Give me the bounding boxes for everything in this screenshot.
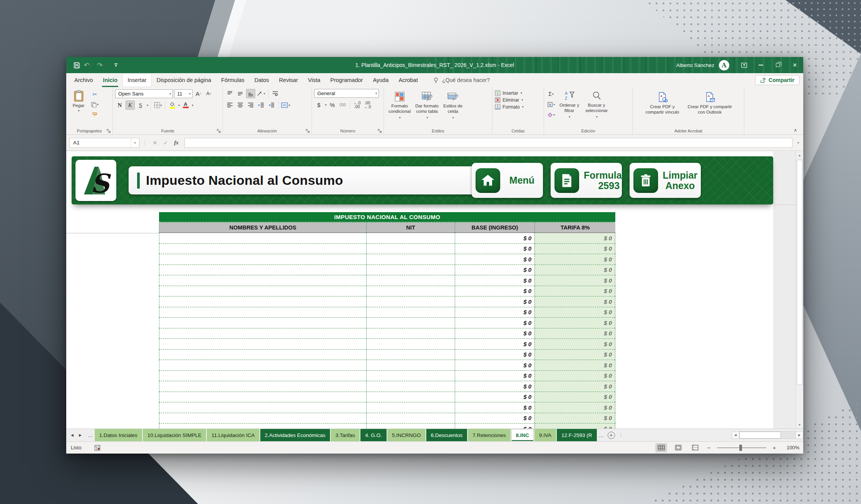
cell-base[interactable]: $ 0 — [455, 254, 534, 265]
cell-base[interactable]: $ 0 — [455, 233, 534, 243]
page-break-view-icon[interactable] — [689, 443, 701, 452]
sheet-tab-9-iva[interactable]: 9.IVA — [534, 429, 556, 441]
alignment-dialog-launcher[interactable] — [306, 129, 310, 133]
cell-base[interactable]: $ 0 — [455, 244, 534, 254]
cell-tar[interactable]: $ 0 — [534, 350, 615, 360]
zoom-slider-thumb[interactable] — [739, 445, 742, 451]
cell-tar[interactable]: $ 0 — [534, 296, 615, 307]
zoom-out-icon[interactable]: − — [706, 444, 712, 451]
hidden-tabs-right[interactable]: … — [597, 429, 605, 441]
cell-tar[interactable]: $ 0 — [534, 307, 615, 318]
borders-icon[interactable]: ▾ — [153, 100, 162, 110]
cell-tar[interactable]: $ 0 — [534, 254, 615, 265]
ribbon-tab-revisar[interactable]: Revisar — [274, 73, 303, 87]
cell-tar[interactable]: $ 0 — [534, 360, 615, 370]
scroll-down-icon[interactable]: ▼ — [796, 421, 803, 429]
cell-styles-button[interactable]: Estilos de celda▾ — [441, 90, 465, 121]
cell-nit[interactable] — [366, 244, 455, 254]
cell-tar[interactable]: $ 0 — [534, 275, 615, 286]
cell-tar[interactable]: $ 0 — [534, 402, 615, 413]
decrease-indent-icon[interactable] — [256, 100, 266, 110]
tab-scroll-right-icon[interactable]: ► — [78, 433, 82, 437]
new-sheet-icon[interactable]: + — [608, 432, 615, 439]
horizontal-scroll-thumb[interactable] — [739, 432, 781, 439]
vertical-scroll-thumb[interactable] — [797, 160, 802, 385]
insert-cells-button[interactable]: Insertar▾ — [495, 90, 542, 96]
orientation-icon[interactable]: ▾ — [256, 89, 266, 98]
cell-base[interactable]: $ 0 — [455, 339, 534, 349]
cell-base[interactable]: $ 0 — [455, 360, 534, 370]
customize-qat-icon[interactable]: ▾ — [110, 59, 122, 71]
ribbon-tab-acrobat[interactable]: Acrobat — [394, 73, 423, 87]
zoom-level[interactable]: 100% — [782, 445, 799, 450]
cell-name[interactable] — [159, 424, 366, 429]
cell-nit[interactable] — [366, 413, 455, 424]
paste-button[interactable]: Pegar ▾ — [69, 89, 89, 127]
formula-input[interactable] — [184, 138, 792, 148]
cell-name[interactable] — [159, 296, 366, 307]
align-top-icon[interactable] — [225, 89, 235, 98]
sheet-tab-2-actividades-econ-micas[interactable]: 2.Actividades Económicas — [260, 429, 330, 441]
create-pdf-outlook-button[interactable]: Crear PDF y compartir con Outlook — [685, 90, 734, 127]
normal-view-icon[interactable] — [655, 443, 667, 452]
cell-tar[interactable]: $ 0 — [534, 339, 615, 349]
cell-nit[interactable] — [366, 371, 455, 381]
cell-base[interactable]: $ 0 — [455, 381, 534, 392]
sheet-tab-6-descuentos[interactable]: 6.Descuentos — [426, 429, 467, 441]
sheet-tab-12-f-2593-r[interactable]: 12.F-2593 (R — [557, 429, 597, 441]
align-left-icon[interactable] — [225, 100, 235, 110]
cell-name[interactable] — [159, 413, 366, 424]
cell-base[interactable]: $ 0 — [455, 307, 534, 318]
cell-name[interactable] — [159, 233, 366, 243]
cut-icon[interactable]: ✂ — [90, 90, 99, 99]
horizontal-scrollbar[interactable]: ◄ ► — [732, 429, 803, 441]
cell-nit[interactable] — [366, 402, 455, 413]
hscroll-right-icon[interactable]: ► — [796, 431, 803, 439]
merge-center-icon[interactable]: ▾ — [281, 100, 290, 110]
cell-base[interactable]: $ 0 — [455, 392, 534, 402]
copy-icon[interactable]: ▾ — [90, 100, 99, 109]
accounting-format-icon[interactable]: $ — [314, 100, 323, 109]
number-dialog-launcher[interactable] — [378, 129, 382, 133]
format-painter-icon[interactable] — [90, 110, 99, 119]
name-box[interactable]: A1 ▾ — [69, 138, 139, 148]
column-header-nit[interactable]: NIT — [366, 223, 455, 233]
cell-tar[interactable]: $ 0 — [534, 392, 615, 402]
cell-name[interactable] — [159, 275, 366, 286]
minimize-button[interactable] — [752, 57, 769, 73]
cell-tar[interactable]: $ 0 — [534, 371, 615, 381]
cancel-icon[interactable]: ✕ — [150, 138, 160, 148]
align-bottom-icon[interactable] — [246, 89, 255, 98]
fill-color-icon[interactable] — [168, 100, 177, 110]
cell-base[interactable]: $ 0 — [455, 402, 534, 413]
cell-nit[interactable] — [366, 318, 455, 328]
scroll-up-icon[interactable]: ▲ — [796, 151, 803, 159]
cell-nit[interactable] — [366, 307, 455, 318]
redo-icon[interactable]: ↷▾ — [97, 59, 109, 71]
wrap-text-icon[interactable] — [271, 89, 280, 98]
sheet-tab-5-incrngo[interactable]: 5.INCRNGO — [387, 429, 425, 441]
underline-button[interactable]: S — [136, 100, 145, 110]
align-middle-icon[interactable] — [236, 89, 245, 98]
ribbon-display-options-icon[interactable] — [735, 57, 752, 73]
font-dialog-launcher[interactable] — [217, 129, 221, 133]
column-header-nombres-y-apellidos[interactable]: NOMBRES Y APELLIDOS — [159, 223, 366, 233]
cell-name[interactable] — [159, 350, 366, 360]
cell-nit[interactable] — [366, 350, 455, 360]
limpiar-anexo-button[interactable]: LimpiarAnexo — [630, 163, 701, 198]
cell-name[interactable] — [159, 244, 366, 254]
sheet-tab-4-g-o[interactable]: 4. G.O. — [360, 429, 387, 441]
cell-nit[interactable] — [366, 328, 455, 339]
ribbon-tab-f-rmulas[interactable]: Fórmulas — [216, 73, 249, 87]
sheet-tab-8-inc[interactable]: 8.INC — [511, 429, 534, 441]
cell-base[interactable]: $ 0 — [455, 413, 534, 424]
cell-nit[interactable] — [366, 254, 455, 265]
sheet-tab-3-tarifas[interactable]: 3.Tarifas — [331, 429, 360, 441]
cell-nit[interactable] — [366, 296, 455, 307]
cell-nit[interactable] — [366, 381, 455, 392]
increase-decimal-icon[interactable]: ←.0 .00 — [352, 100, 362, 109]
cell-nit[interactable] — [366, 360, 455, 370]
format-as-table-button[interactable]: Dar formato como tabla▾ — [413, 90, 441, 121]
cell-name[interactable] — [159, 286, 366, 296]
expand-formula-bar-icon[interactable]: ▾ — [795, 141, 802, 145]
